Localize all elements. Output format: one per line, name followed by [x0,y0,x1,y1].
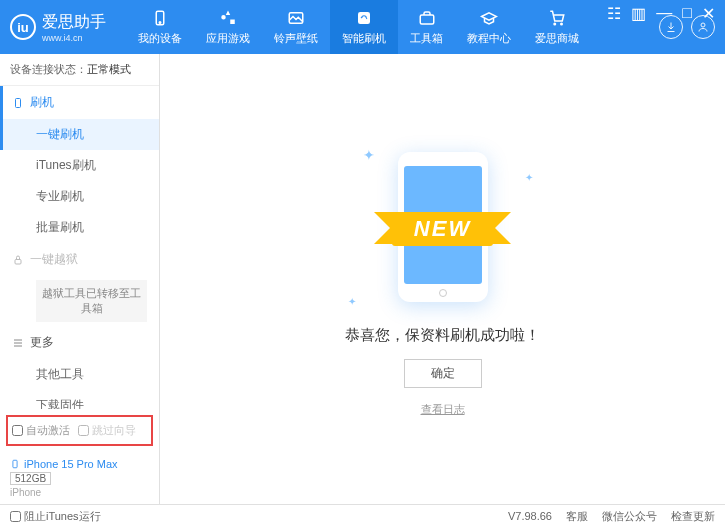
footer-left: 阻止iTunes运行 [10,509,101,524]
device-type: iPhone [10,487,149,498]
svg-rect-8 [16,98,21,107]
sparkle-icon: ✦ [348,296,356,307]
app-name: 爱思助手 [42,12,106,33]
section-jailbreak[interactable]: 一键越狱 [0,243,159,276]
main-content: ✦ ✦ ✦ NEW 恭喜您，保资料刷机成功啦！ 确定 查看日志 [160,54,725,504]
sparkle-icon: ✦ [525,172,533,183]
menu-icon [12,337,24,349]
success-message: 恭喜您，保资料刷机成功啦！ [345,326,540,345]
top-nav: 我的设备 应用游戏 铃声壁纸 智能刷机 工具箱 教程中心 爱思商城 [126,0,659,54]
logo[interactable]: iu 爱思助手 www.i4.cn [10,12,106,43]
version-label: V7.98.66 [508,510,552,522]
sidebar: 设备连接状态：正常模式 刷机 一键刷机 iTunes刷机 专业刷机 批量刷机 一… [0,54,160,504]
menu-itunes-flash[interactable]: iTunes刷机 [0,150,159,181]
svg-rect-3 [358,12,370,24]
download-button[interactable] [659,15,683,39]
menu-batch-flash[interactable]: 批量刷机 [0,212,159,243]
nav-store[interactable]: 爱思商城 [523,0,591,54]
tray-icon[interactable]: ▥ [631,4,646,23]
svg-rect-9 [15,259,21,264]
svg-point-7 [701,23,705,27]
jailbreak-note[interactable]: 越狱工具已转移至工具箱 [36,280,147,322]
menu-other-tools[interactable]: 其他工具 [0,359,159,390]
device-storage: 512GB [10,472,51,485]
svg-point-6 [561,23,563,25]
logo-icon: iu [10,14,36,40]
device-info: iPhone 15 Pro Max 512GB iPhone [0,452,159,504]
device-icon [12,97,24,109]
check-update-link[interactable]: 检查更新 [671,509,715,524]
menu-dots-icon[interactable]: ☷ [607,4,621,23]
checkbox-skip-guide[interactable]: 跳过向导 [78,423,136,438]
nav-tutorials[interactable]: 教程中心 [455,0,523,54]
footer: 阻止iTunes运行 V7.98.66 客服 微信公众号 检查更新 [0,504,725,527]
refresh-icon [354,8,374,28]
svg-rect-10 [13,460,17,468]
cart-icon [547,8,567,28]
nav-my-device[interactable]: 我的设备 [126,0,194,54]
svg-rect-4 [420,15,434,24]
device-name[interactable]: iPhone 15 Pro Max [10,458,149,470]
checkbox-block-itunes[interactable]: 阻止iTunes运行 [10,509,101,524]
options-highlighted: 自动激活 跳过向导 [6,415,153,446]
view-log-link[interactable]: 查看日志 [421,402,465,417]
nav-smart-flash[interactable]: 智能刷机 [330,0,398,54]
body: 设备连接状态：正常模式 刷机 一键刷机 iTunes刷机 专业刷机 批量刷机 一… [0,54,725,504]
graduation-icon [479,8,499,28]
footer-right: V7.98.66 客服 微信公众号 检查更新 [508,509,715,524]
nav-toolbox[interactable]: 工具箱 [398,0,455,54]
apps-icon [218,8,238,28]
sparkle-icon: ✦ [363,147,375,163]
nav-ringtones[interactable]: 铃声壁纸 [262,0,330,54]
user-button[interactable] [691,15,715,39]
sidebar-menu: 刷机 一键刷机 iTunes刷机 专业刷机 批量刷机 一键越狱 越狱工具已转移至… [0,86,159,409]
svg-point-1 [159,22,161,24]
image-icon [286,8,306,28]
phone-icon [150,8,170,28]
svg-point-5 [554,23,556,25]
section-flash[interactable]: 刷机 [0,86,159,119]
phone-icon [10,458,20,470]
toolbox-icon [417,8,437,28]
lock-icon [12,254,24,266]
app-url: www.i4.cn [42,33,106,43]
checkbox-auto-activate[interactable]: 自动激活 [12,423,70,438]
new-banner: NEW [343,212,543,246]
menu-one-click-flash[interactable]: 一键刷机 [0,119,159,150]
section-more[interactable]: 更多 [0,326,159,359]
wechat-link[interactable]: 微信公众号 [602,509,657,524]
ok-button[interactable]: 确定 [404,359,482,388]
connection-status: 设备连接状态：正常模式 [0,54,159,86]
success-illustration: ✦ ✦ ✦ NEW [343,142,543,312]
menu-pro-flash[interactable]: 专业刷机 [0,181,159,212]
nav-apps[interactable]: 应用游戏 [194,0,262,54]
menu-download-firmware[interactable]: 下载固件 [0,390,159,409]
support-link[interactable]: 客服 [566,509,588,524]
maximize-icon[interactable]: □ [682,4,692,23]
